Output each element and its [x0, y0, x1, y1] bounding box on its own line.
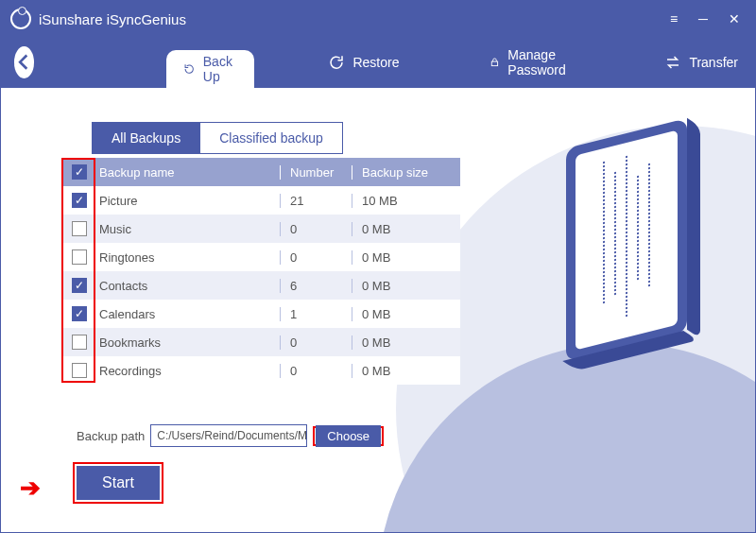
cell-size: 0 MB	[352, 307, 460, 321]
cell-size: 10 MB	[352, 194, 460, 208]
row-checkbox[interactable]	[72, 249, 87, 265]
col-header-name: Backup name	[95, 165, 281, 180]
cell-size: 0 MB	[352, 222, 460, 236]
content-area: All Backups Classified backup Backup nam…	[1, 88, 755, 532]
table-row: Picture2110 MB	[63, 186, 460, 215]
title-bar: iSunshare iSyncGenius ≡ ─ ✕	[1, 1, 755, 37]
table-row: Music00 MB	[63, 215, 460, 243]
cell-size: 0 MB	[352, 335, 460, 350]
row-checkbox[interactable]	[72, 335, 87, 350]
cell-number: 6	[281, 279, 352, 293]
row-checkbox[interactable]	[72, 278, 87, 293]
cell-size: 0 MB	[352, 364, 460, 378]
col-header-size: Backup size	[352, 165, 460, 180]
choose-button[interactable]: Choose	[316, 425, 381, 447]
table-row: Contacts60 MB	[63, 271, 460, 300]
row-checkbox[interactable]	[72, 306, 87, 321]
subtab-all-backups[interactable]: All Backups	[92, 122, 200, 154]
cell-name: Picture	[95, 194, 281, 208]
cell-name: Contacts	[95, 279, 281, 293]
table-row: Recordings00 MB	[63, 356, 460, 385]
cell-number: 0	[281, 222, 352, 236]
cell-name: Recordings	[95, 364, 281, 378]
row-checkbox[interactable]	[72, 221, 87, 236]
app-window: iSunshare iSyncGenius ≡ ─ ✕ Back Up Rest…	[0, 0, 756, 533]
tab-transfer-label: Transfer	[689, 55, 738, 70]
cell-number: 0	[281, 250, 352, 265]
cell-number: 0	[281, 335, 352, 350]
nav-bar: Back Up Restore Manage Password Transfer	[1, 37, 755, 88]
backup-path-input[interactable]: C:/Users/Reind/Documents/My RTX F	[150, 424, 307, 447]
tab-backup[interactable]: Back Up	[166, 50, 254, 88]
transfer-icon	[664, 54, 681, 71]
cell-name: Ringtones	[95, 250, 281, 265]
cell-number: 0	[281, 364, 352, 378]
backup-icon	[183, 60, 195, 77]
table-header: Backup name Number Backup size	[63, 158, 460, 186]
subtab-classified[interactable]: Classified backup	[200, 122, 343, 154]
col-header-number: Number	[281, 165, 352, 180]
highlight-choose: Choose	[313, 426, 384, 446]
lock-icon	[490, 54, 500, 71]
restore-icon	[328, 54, 345, 71]
app-logo-icon	[10, 9, 31, 29]
highlight-start: Start	[73, 462, 163, 504]
cell-name: Calendars	[95, 307, 281, 321]
tab-transfer[interactable]: Transfer	[647, 46, 755, 78]
tab-restore-label: Restore	[352, 55, 399, 70]
back-button[interactable]	[14, 46, 34, 78]
start-button[interactable]: Start	[77, 466, 160, 500]
cell-number: 21	[281, 194, 352, 208]
phone-illustration	[566, 118, 687, 362]
cell-name: Music	[95, 222, 281, 236]
sub-tabs: All Backups Classified backup	[92, 122, 343, 154]
chevron-left-icon	[14, 52, 34, 72]
row-checkbox[interactable]	[72, 363, 87, 378]
table-row: Bookmarks00 MB	[63, 328, 460, 356]
backup-table: Backup name Number Backup size Picture21…	[63, 158, 460, 385]
close-icon[interactable]: ✕	[729, 11, 740, 26]
cell-size: 0 MB	[352, 250, 460, 265]
tab-password-label: Manage Password	[507, 47, 574, 77]
cell-size: 0 MB	[352, 279, 460, 293]
backup-path-row: Backup path C:/Users/Reind/Documents/My …	[77, 424, 384, 447]
menu-icon[interactable]: ≡	[670, 11, 678, 26]
tab-password[interactable]: Manage Password	[472, 40, 591, 85]
select-all-checkbox[interactable]	[72, 164, 87, 180]
table-row: Ringtones00 MB	[63, 243, 460, 271]
svg-rect-0	[492, 61, 498, 66]
annotation-arrow-icon: ➔	[20, 473, 41, 503]
minimize-icon[interactable]: ─	[698, 11, 708, 26]
tab-restore[interactable]: Restore	[311, 46, 416, 78]
cell-name: Bookmarks	[95, 335, 281, 350]
app-title: iSunshare iSyncGenius	[39, 11, 670, 27]
tab-backup-label: Back Up	[203, 54, 238, 84]
cell-number: 1	[281, 307, 352, 321]
table-row: Calendars10 MB	[63, 300, 460, 328]
row-checkbox[interactable]	[72, 193, 87, 208]
backup-path-label: Backup path	[77, 429, 145, 443]
